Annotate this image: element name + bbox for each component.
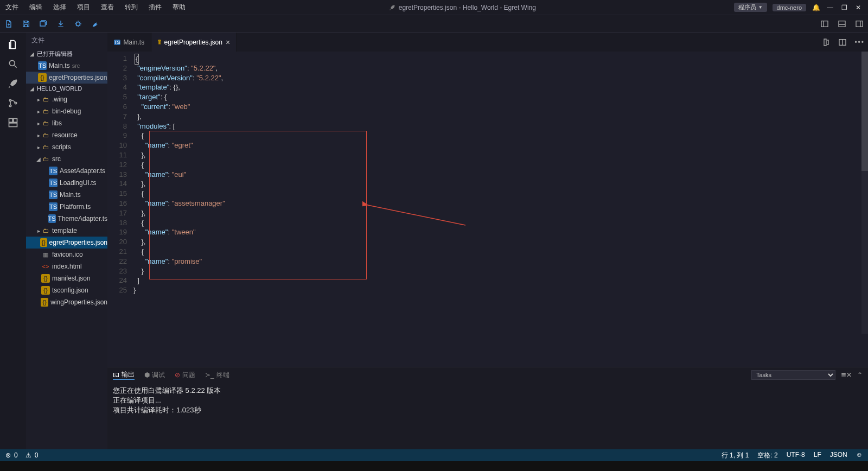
layout-bottom-button[interactable]	[833, 15, 851, 33]
file-name: egretProperties.json	[49, 74, 107, 81]
item-label: resource	[52, 131, 78, 139]
status-lang[interactable]: JSON	[830, 451, 847, 460]
menu-帮助[interactable]: 帮助	[167, 3, 191, 12]
file-item[interactable]: TSAssetAdapter.ts	[26, 165, 107, 177]
open-editor-item[interactable]: TSMain.tssrc	[26, 60, 107, 72]
item-label: template	[52, 227, 77, 234]
debug-button[interactable]	[69, 15, 87, 33]
search-activity[interactable]	[0, 54, 26, 74]
folder-item[interactable]: ▸🗀bin-debug	[26, 105, 107, 117]
tab-close-icon[interactable]: ×	[226, 38, 230, 47]
menu-插件[interactable]: 插件	[143, 3, 167, 12]
json-file-icon: {}	[158, 40, 161, 44]
menu-选择[interactable]: 选择	[48, 3, 72, 12]
file-item[interactable]: TSMain.ts	[26, 189, 107, 201]
panel-task-select[interactable]: Tasks	[751, 370, 835, 380]
file-item[interactable]: TSLoadingUI.ts	[26, 177, 107, 189]
clear-output-icon[interactable]: ≣✕	[841, 371, 852, 379]
file-item[interactable]: {}tsconfig.json	[26, 284, 107, 296]
open-editors-section[interactable]: ◢已打开编辑器	[26, 48, 107, 60]
item-label: Main.ts	[60, 191, 81, 199]
minimize-icon[interactable]: —	[826, 3, 834, 12]
file-item[interactable]: {}egretProperties.json	[26, 237, 107, 249]
explorer-activity[interactable]	[0, 35, 26, 54]
feather-activity[interactable]	[0, 74, 26, 93]
file-name: Main.ts	[49, 62, 70, 69]
open-editor-item[interactable]: {}egretProperties.json	[26, 72, 107, 84]
status-feedback-icon[interactable]: ☺	[856, 451, 863, 460]
bell-icon[interactable]: 🔔	[812, 3, 820, 12]
feather-icon	[389, 4, 395, 11]
editor-tab[interactable]: {}egretProperties.json×	[151, 33, 237, 52]
role-dropdown[interactable]: 程序员▼	[734, 3, 767, 12]
status-spaces[interactable]: 空格: 2	[757, 451, 777, 460]
panel-tab-output[interactable]: 输出	[113, 370, 135, 380]
menu-项目[interactable]: 项目	[72, 3, 95, 12]
file-item[interactable]: <>index.html	[26, 260, 107, 272]
layout-activity[interactable]	[0, 113, 26, 132]
item-label: scripts	[52, 143, 71, 151]
maximize-icon[interactable]: ❐	[840, 3, 848, 12]
item-label: tsconfig.json	[52, 287, 88, 294]
sidebar-title: 文件	[26, 33, 107, 48]
menu-编辑[interactable]: 编辑	[24, 3, 48, 12]
git-activity[interactable]	[0, 93, 26, 113]
file-item[interactable]: {}manifest.json	[26, 272, 107, 284]
more-icon[interactable]: •••	[854, 39, 865, 46]
status-warnings[interactable]: ⚠0	[25, 451, 39, 459]
folder-item[interactable]: ◢🗀src	[26, 153, 107, 165]
ts-file-icon: TS	[48, 214, 56, 223]
save-all-button[interactable]	[35, 15, 52, 33]
item-label: ThemeAdapter.ts	[58, 215, 107, 222]
folder-item[interactable]: ▸🗀libs	[26, 117, 107, 129]
save-button[interactable]	[17, 15, 35, 33]
panel-tab-problems[interactable]: ⊘问题	[175, 371, 195, 380]
run-button[interactable]	[87, 15, 104, 33]
status-errors[interactable]: ⊗0	[5, 451, 18, 459]
svg-point-6	[9, 105, 11, 106]
item-label: manifest.json	[52, 275, 91, 282]
new-file-button[interactable]	[0, 15, 17, 33]
folder-item[interactable]: ▸🗀.wing	[26, 93, 107, 105]
file-item[interactable]: ▦favicon.ico	[26, 249, 107, 260]
project-root[interactable]: ◢HELLO_WORLD	[26, 84, 107, 93]
ico-file-icon: ▦	[41, 250, 50, 259]
layout-right-button[interactable]	[851, 15, 868, 33]
compare-files-icon[interactable]	[822, 38, 831, 47]
user-pill[interactable]: dmc-nero	[773, 4, 806, 11]
panel-tab-debug[interactable]: ⬢调试	[144, 371, 165, 380]
status-eol[interactable]: LF	[814, 451, 821, 460]
build-button[interactable]	[52, 15, 69, 33]
editor-tab[interactable]: TSMain.ts	[107, 33, 151, 52]
item-label: wingProperties.json	[50, 298, 107, 306]
status-encoding[interactable]: UTF-8	[787, 451, 805, 460]
item-label: egretProperties.json	[49, 239, 107, 246]
file-item[interactable]: {}wingProperties.json	[26, 296, 107, 308]
json-file-icon: {}	[41, 286, 50, 295]
status-ln-col[interactable]: 行 1, 列 1	[722, 451, 749, 460]
layout-left-button[interactable]	[816, 15, 833, 33]
menu-转到[interactable]: 转到	[119, 3, 143, 12]
file-item[interactable]: TSPlatform.ts	[26, 201, 107, 213]
svg-rect-8	[9, 119, 13, 123]
split-editor-icon[interactable]	[838, 38, 847, 47]
panel-tab-terminal[interactable]: ≻_终端	[205, 371, 229, 380]
folder-item[interactable]: ▸🗀template	[26, 225, 107, 237]
code-editor[interactable]: 1234567891011121314151617181920212223242…	[107, 52, 868, 367]
folder-item[interactable]: ▸🗀scripts	[26, 141, 107, 153]
caret-icon: ▸	[36, 132, 41, 138]
menu-文件[interactable]: 文件	[0, 3, 24, 12]
output-body[interactable]: 您正在使用白鹭编译器 5.2.22 版本正在编译项目...项目共计编译耗时：1.…	[107, 383, 868, 449]
tab-label: egretProperties.json	[164, 39, 222, 46]
vertical-scrollbar[interactable]	[861, 52, 868, 334]
activity-bar	[0, 33, 26, 449]
file-item[interactable]: TSThemeAdapter.ts	[26, 213, 107, 225]
close-icon[interactable]: ✕	[854, 3, 863, 12]
folder-icon: 🗀	[41, 119, 50, 128]
item-label: LoadingUI.ts	[60, 179, 96, 187]
status-bar: ⊗0 ⚠0 行 1, 列 1 空格: 2 UTF-8 LF JSON ☺	[0, 449, 868, 461]
json-file-icon: {}	[40, 238, 47, 247]
menu-查看[interactable]: 查看	[95, 3, 119, 12]
folder-item[interactable]: ▸🗀resource	[26, 129, 107, 141]
panel-toggle-icon[interactable]: ⌃	[857, 371, 863, 379]
